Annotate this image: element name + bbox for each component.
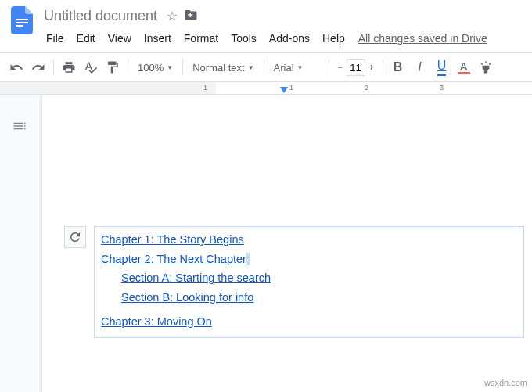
svg-rect-1 bbox=[16, 22, 28, 23]
undo-button[interactable] bbox=[6, 57, 27, 77]
toc-link[interactable]: Chapter 3: Moving On bbox=[101, 315, 212, 328]
highlight-button[interactable] bbox=[476, 57, 496, 77]
menu-edit[interactable]: Edit bbox=[71, 29, 101, 48]
svg-rect-0 bbox=[16, 19, 28, 20]
menu-format[interactable]: Format bbox=[178, 29, 224, 48]
toc-link[interactable]: Section A: Starting the search bbox=[121, 272, 271, 284]
fontsize-value[interactable]: 11 bbox=[347, 59, 365, 76]
menu-file[interactable]: File bbox=[41, 29, 70, 48]
paint-format-button[interactable] bbox=[102, 57, 123, 77]
menu-tools[interactable]: Tools bbox=[225, 29, 262, 48]
svg-rect-2 bbox=[16, 25, 23, 27]
document-page[interactable]: Chapter 1: The Story Begins Chapter 2: T… bbox=[42, 95, 532, 392]
bold-button[interactable]: B bbox=[388, 57, 408, 77]
toolbar: 100%▼ Normal text▼ Arial▼ − 11 + B I U A bbox=[0, 52, 532, 82]
menu-help[interactable]: Help bbox=[317, 29, 350, 48]
ruler-mark: 1 bbox=[289, 84, 293, 92]
fontsize-increase[interactable]: + bbox=[365, 62, 378, 73]
doc-title[interactable]: Untitled document bbox=[41, 6, 160, 26]
menu-addons[interactable]: Add-ons bbox=[264, 29, 315, 48]
watermark: wsxdn.com bbox=[484, 378, 527, 387]
chevron-down-icon: ▼ bbox=[248, 64, 254, 71]
menu-insert[interactable]: Insert bbox=[138, 29, 177, 48]
toc-link[interactable]: Chapter 1: The Story Begins bbox=[101, 233, 244, 246]
redo-button[interactable] bbox=[28, 57, 49, 77]
toc-refresh-button[interactable] bbox=[64, 226, 86, 248]
fontsize-decrease[interactable]: − bbox=[334, 62, 347, 73]
outline-panel bbox=[0, 95, 39, 392]
ruler-mark: 2 bbox=[365, 84, 368, 92]
table-of-contents[interactable]: Chapter 1: The Story Begins Chapter 2: T… bbox=[94, 226, 524, 338]
toc-link[interactable]: Chapter 2: The Next Chapter bbox=[101, 253, 246, 265]
outline-toggle-icon[interactable] bbox=[12, 118, 27, 134]
cursor-selection bbox=[246, 253, 250, 265]
underline-button[interactable]: U bbox=[432, 57, 452, 77]
menu-view[interactable]: View bbox=[102, 29, 137, 48]
menubar: File Edit View Insert Format Tools Add-o… bbox=[41, 27, 526, 52]
ruler[interactable]: 1 1 2 3 bbox=[0, 82, 532, 95]
docs-logo[interactable] bbox=[6, 5, 38, 36]
chevron-down-icon: ▼ bbox=[297, 64, 304, 71]
indent-marker[interactable] bbox=[280, 87, 288, 93]
italic-button[interactable]: I bbox=[410, 57, 430, 77]
move-icon[interactable] bbox=[184, 8, 198, 25]
star-icon[interactable]: ☆ bbox=[167, 9, 178, 23]
print-button[interactable] bbox=[59, 57, 79, 77]
save-status[interactable]: All changes saved in Drive bbox=[358, 32, 487, 45]
toc-link[interactable]: Section B: Looking for info bbox=[121, 291, 253, 304]
chevron-down-icon: ▼ bbox=[167, 64, 173, 71]
font-dropdown[interactable]: Arial▼ bbox=[269, 60, 324, 75]
ruler-mark: 3 bbox=[440, 84, 444, 92]
ruler-mark: 1 bbox=[203, 84, 207, 92]
zoom-dropdown[interactable]: 100%▼ bbox=[133, 60, 178, 75]
text-color-button[interactable]: A bbox=[454, 57, 474, 77]
style-dropdown[interactable]: Normal text▼ bbox=[188, 60, 258, 75]
spellcheck-button[interactable] bbox=[81, 57, 101, 77]
